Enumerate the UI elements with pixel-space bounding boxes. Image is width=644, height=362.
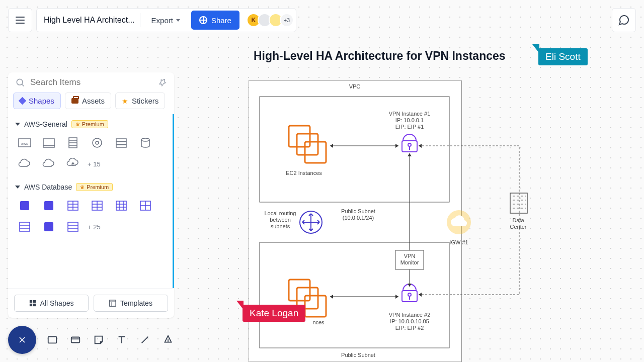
- share-button[interactable]: Share: [191, 11, 239, 30]
- tool-card[interactable]: [67, 332, 84, 348]
- svg-rect-48: [71, 337, 80, 343]
- tool-line[interactable]: [137, 332, 153, 348]
- svg-point-14: [141, 138, 149, 141]
- svg-rect-47: [48, 337, 57, 343]
- shape-item[interactable]: [63, 198, 83, 214]
- premium-badge: ♛Premium: [76, 183, 113, 191]
- menu-button[interactable]: [8, 8, 32, 32]
- svg-text:EIP: EIP #2: EIP: EIP #2: [395, 325, 424, 331]
- svg-text:VPC: VPC: [349, 83, 361, 89]
- chevron-down-icon: [176, 19, 180, 22]
- tool-text[interactable]: [114, 332, 130, 348]
- svg-rect-43: [33, 304, 35, 306]
- hamburger-icon: [16, 17, 25, 24]
- svg-rect-44: [110, 300, 116, 306]
- svg-text:(10.0.0.1/24): (10.0.0.1/24): [343, 215, 374, 221]
- chat-button[interactable]: [612, 8, 636, 32]
- diagram-title: High-Level HA Architecture for VPN Insta…: [254, 49, 506, 63]
- shape-item[interactable]: [112, 198, 131, 214]
- svg-point-9: [93, 138, 102, 147]
- svg-text:IP: 10.0.0.1: IP: 10.0.0.1: [395, 117, 424, 123]
- tab-stickers[interactable]: ★Stickers: [115, 93, 165, 109]
- svg-rect-42: [29, 304, 32, 306]
- caret-icon: [15, 186, 20, 189]
- shape-item[interactable]: [39, 135, 58, 151]
- category-aws-general[interactable]: AWS-General ♛Premium: [13, 116, 168, 132]
- svg-text:Public Subnet: Public Subnet: [341, 208, 375, 214]
- document-title[interactable]: High Level HA Architect...: [44, 16, 135, 25]
- svg-text:Public Subnet: Public Subnet: [341, 352, 375, 358]
- shape-item[interactable]: [136, 135, 155, 151]
- templates-button[interactable]: Templates: [94, 295, 168, 312]
- all-shapes-button[interactable]: All Shapes: [14, 295, 89, 312]
- svg-rect-36: [44, 222, 53, 231]
- svg-text:nces: nces: [312, 319, 325, 325]
- svg-text:EIP: EIP #1: EIP: EIP #1: [395, 124, 424, 130]
- svg-text:EC2 Instances: EC2 Instances: [286, 170, 322, 176]
- star-icon: ★: [122, 97, 128, 105]
- svg-rect-37: [68, 222, 78, 231]
- collaborator-avatars[interactable]: K +3: [250, 13, 294, 27]
- header-pill: High Level HA Architect... Export Share …: [36, 8, 296, 32]
- shape-item[interactable]: [39, 198, 58, 214]
- shape-item[interactable]: [39, 156, 58, 172]
- share-label: Share: [211, 16, 231, 25]
- svg-text:VPN: VPN: [404, 253, 416, 259]
- svg-text:Data: Data: [512, 217, 524, 223]
- tab-assets[interactable]: Assets: [65, 93, 111, 109]
- more-shapes[interactable]: + 15: [88, 160, 101, 168]
- briefcase-icon: [71, 98, 78, 104]
- shape-item[interactable]: [15, 156, 34, 172]
- shapes-panel: Shapes Assets ★Stickers AWS-General ♛Pre…: [8, 72, 174, 318]
- shape-item[interactable]: [63, 135, 83, 151]
- tool-pen[interactable]: [160, 332, 176, 348]
- svg-text:subnets: subnets: [271, 223, 290, 229]
- svg-text:aws: aws: [21, 141, 28, 146]
- grid-icon: [29, 300, 36, 307]
- svg-rect-16: [44, 201, 53, 210]
- collaborator-name: Kate Logan: [243, 305, 305, 322]
- svg-text:IP: 10.0.0.10.05: IP: 10.0.0.10.05: [390, 318, 429, 324]
- svg-text:Monitor: Monitor: [400, 259, 419, 265]
- shape-item[interactable]: [63, 219, 83, 235]
- export-button[interactable]: Export: [145, 16, 186, 25]
- svg-point-10: [96, 141, 99, 144]
- tab-shapes[interactable]: Shapes: [13, 93, 61, 109]
- chat-icon: [618, 14, 630, 26]
- more-shapes[interactable]: + 25: [88, 223, 101, 231]
- shape-item[interactable]: [63, 156, 83, 172]
- shape-item[interactable]: [88, 135, 107, 151]
- template-icon: [109, 300, 116, 307]
- tool-note[interactable]: [91, 332, 107, 348]
- svg-text:VPN Instance #2: VPN Instance #2: [389, 312, 431, 318]
- premium-badge: ♛Premium: [71, 120, 108, 128]
- shape-item[interactable]: [15, 198, 34, 214]
- avatar-more[interactable]: +3: [280, 13, 294, 27]
- collaborator-name: Eli Scott: [538, 48, 588, 65]
- svg-rect-12: [116, 142, 126, 144]
- shape-item[interactable]: aws: [15, 135, 34, 151]
- category-aws-database[interactable]: AWS Database ♛Premium: [13, 179, 168, 195]
- shape-item[interactable]: [88, 198, 107, 214]
- shape-item[interactable]: [39, 219, 58, 235]
- pin-icon[interactable]: [156, 76, 169, 88]
- shape-item[interactable]: [15, 219, 34, 235]
- search-input[interactable]: [30, 77, 153, 87]
- shape-item[interactable]: [112, 135, 131, 151]
- collaborator-cursor-kate: Kate Logan: [236, 301, 305, 322]
- svg-text:Center: Center: [510, 224, 526, 230]
- tool-rectangle[interactable]: [44, 332, 60, 348]
- globe-icon: [199, 16, 207, 24]
- svg-point-0: [17, 79, 23, 85]
- svg-text:IGW #1: IGW #1: [449, 239, 468, 245]
- shape-item[interactable]: [136, 198, 155, 214]
- svg-rect-11: [116, 139, 126, 141]
- svg-rect-4: [43, 146, 54, 147]
- svg-text:Local routing: Local routing: [265, 210, 296, 216]
- export-label: Export: [151, 16, 173, 25]
- close-tools-button[interactable]: [8, 326, 36, 354]
- svg-rect-13: [116, 145, 126, 147]
- svg-rect-40: [29, 300, 32, 303]
- caret-icon: [15, 123, 20, 126]
- diamond-icon: [19, 97, 27, 105]
